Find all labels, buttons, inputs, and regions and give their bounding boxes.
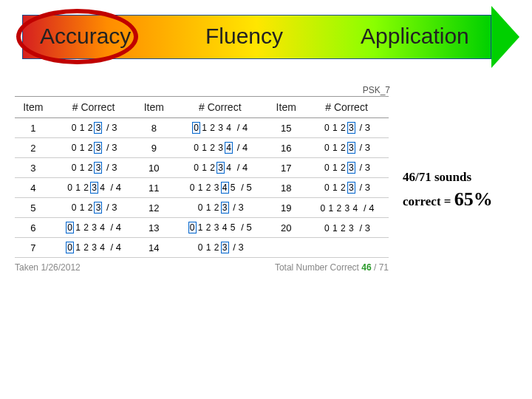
score-digit[interactable]: 0 [323,163,331,173]
score-digit[interactable]: 1 [197,183,205,193]
score-digit[interactable]: 3 [213,222,221,233]
score-digit[interactable]: 5 [229,183,237,193]
score-digit[interactable]: 2 [86,143,94,153]
score-digit[interactable]: 0 [188,183,197,193]
score-digit[interactable]: 2 [213,202,221,213]
score-digit[interactable]: 1 [78,202,86,213]
score-digit[interactable]: 0 [323,143,331,153]
score-digit[interactable]: 1 [200,123,208,133]
score-digit[interactable]: 2 [205,183,213,193]
score-digit[interactable]: 0 [69,123,78,133]
score-digit[interactable]: 4 [225,142,233,154]
score-digit[interactable]: 2 [339,143,347,153]
score-digit[interactable]: 1 [200,143,208,153]
score-digit[interactable]: 2 [208,163,216,173]
score-digit[interactable]: 2 [82,183,90,193]
score-digit[interactable]: 1 [331,123,339,133]
score-digit[interactable]: 0 [192,122,200,134]
score-digit[interactable]: 3 [343,203,351,214]
score-digit[interactable]: 2 [339,163,347,173]
score-digit[interactable]: 3 [347,122,355,134]
score-digit[interactable]: 2 [86,123,94,133]
score-digit[interactable]: 1 [331,223,339,233]
score-digit[interactable]: 4 [225,123,233,133]
score-max: / 3 [355,222,370,233]
score-digit[interactable]: 0 [192,143,200,153]
score-digit[interactable]: 0 [66,183,74,193]
score-digit[interactable]: 1 [331,163,339,173]
score-digit[interactable]: 0 [323,183,331,193]
score-digit[interactable]: 1 [197,222,205,233]
score-digit[interactable]: 0 [66,222,74,233]
score-digit[interactable]: 3 [216,143,225,153]
score-digit[interactable]: 4 [225,163,233,173]
score-digit[interactable]: 0 [323,123,331,133]
score-digit[interactable]: 4 [351,203,359,214]
score-digit[interactable]: 3 [94,142,102,154]
score-digit[interactable]: 3 [94,202,102,214]
score-digit[interactable]: 3 [347,182,355,194]
score-digit[interactable]: 1 [331,183,339,193]
score-digit[interactable]: 3 [221,242,229,253]
score-digit[interactable]: 0 [197,242,205,253]
col-item: Item [136,97,173,118]
score-digit[interactable]: 3 [347,223,355,233]
score-digit[interactable]: 2 [205,222,213,233]
score-digit[interactable]: 3 [216,162,225,174]
score-digit[interactable]: 1 [205,242,213,253]
score-digit[interactable]: 1 [74,242,82,253]
score-digit[interactable]: 1 [74,222,82,233]
score-digit[interactable]: 0 [323,223,331,233]
score-digit[interactable]: 0 [66,242,74,253]
score-digit[interactable]: 2 [208,123,216,133]
score-digit[interactable]: 0 [69,163,78,173]
score-digit[interactable]: 2 [339,223,347,233]
score-digit[interactable]: 3 [221,202,229,214]
item-score-cell: 01234 / 4 [304,198,389,218]
score-digit[interactable]: 1 [74,183,82,193]
score-digit[interactable]: 3 [90,182,98,194]
score-digit[interactable]: 0 [69,143,78,153]
score-digit[interactable]: 0 [192,163,200,173]
score-digit[interactable]: 3 [94,162,102,174]
col-correct: # Correct [172,97,267,118]
score-digit[interactable]: 2 [86,163,94,173]
score-digit[interactable]: 3 [90,242,98,253]
score-digit[interactable]: 5 [229,222,237,233]
score-digit[interactable]: 4 [98,183,106,193]
score-digit[interactable]: 4 [98,222,106,233]
score-digit[interactable]: 0 [197,202,205,213]
score-digit[interactable]: 4 [221,182,229,194]
score-digit[interactable]: 3 [94,122,102,134]
score-digit[interactable]: 0 [69,202,78,213]
score-digit[interactable]: 3 [347,142,355,154]
score-digit[interactable]: 3 [216,123,225,133]
score-digit[interactable]: 1 [78,123,86,133]
score-digit[interactable]: 3 [90,222,98,233]
score-digit[interactable]: 4 [221,222,229,233]
score-digit[interactable]: 2 [82,242,90,253]
score-digit[interactable]: 1 [200,163,208,173]
score-digit[interactable]: 2 [82,222,90,233]
score-digits: 0123 [323,182,355,193]
score-digit[interactable]: 4 [98,242,106,253]
score-digit[interactable]: 2 [213,242,221,253]
score-digit[interactable]: 2 [339,123,347,133]
score-digit[interactable]: 1 [78,163,86,173]
score-digit[interactable]: 1 [205,202,213,213]
score-digit[interactable]: 1 [331,143,339,153]
score-digit[interactable]: 3 [347,162,355,174]
score-max: / 5 [237,222,252,233]
score-digit[interactable]: 3 [213,183,221,193]
score-digit[interactable]: 1 [327,203,335,214]
score-digit[interactable]: 0 [188,222,197,233]
score-digit[interactable]: 2 [208,143,216,153]
item-score-cell: 01234 / 4 [172,158,267,178]
score-digit[interactable]: 2 [86,202,94,213]
score-digit[interactable]: 1 [78,143,86,153]
item-number: 10 [136,158,173,178]
score-digit[interactable]: 2 [335,203,343,214]
score-digit[interactable]: 2 [339,183,347,193]
score-digit[interactable]: 0 [318,203,327,214]
item-number: 3 [15,158,52,178]
